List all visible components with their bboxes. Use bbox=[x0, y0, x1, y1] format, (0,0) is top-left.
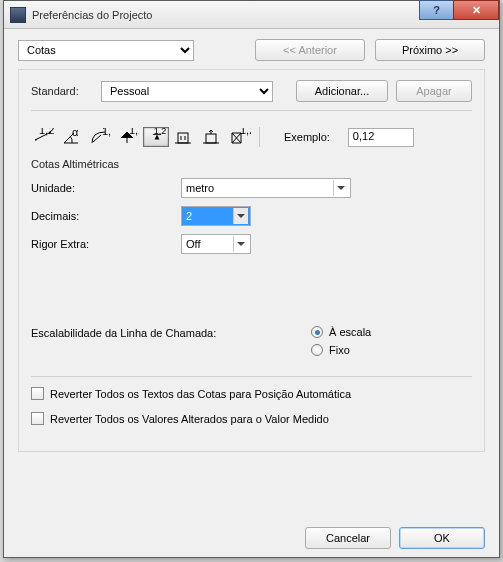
radio-fixed[interactable]: Fixo bbox=[311, 344, 371, 356]
checkbox-icon bbox=[31, 387, 44, 400]
revert-text-checkbox[interactable]: Reverter Todos os Textos das Cotas para … bbox=[31, 387, 472, 400]
close-button[interactable]: ✕ bbox=[453, 0, 499, 20]
window-buttons: ? ✕ bbox=[419, 0, 499, 20]
svg-text:α: α bbox=[72, 128, 79, 138]
dialog-window: Preferências do Projecto ? ✕ Cotas << An… bbox=[3, 0, 500, 558]
category-select[interactable]: Cotas bbox=[18, 40, 194, 61]
radial-dim-icon[interactable]: 1,2 bbox=[87, 126, 113, 148]
titlebar: Preferências do Projecto ? ✕ bbox=[4, 1, 499, 29]
decimals-label: Decimais: bbox=[31, 210, 181, 222]
escalability-row: Escalabilidade da Linha de Chamada: À es… bbox=[31, 326, 472, 356]
example-value: 0,12 bbox=[348, 128, 414, 147]
dialog-footer: Cancelar OK bbox=[305, 527, 485, 549]
standard-label: Standard: bbox=[31, 85, 101, 97]
unit-row: Unidade: metro bbox=[31, 178, 472, 198]
previous-button[interactable]: << Anterior bbox=[255, 39, 365, 61]
next-button[interactable]: Próximo >> bbox=[375, 39, 485, 61]
radio-icon bbox=[311, 326, 323, 338]
decimals-row: Decimais: 2 bbox=[31, 206, 472, 226]
area-dim-icon[interactable]: 1,2 m² bbox=[227, 126, 253, 148]
ok-button[interactable]: OK bbox=[399, 527, 485, 549]
help-button[interactable]: ? bbox=[419, 0, 453, 20]
svg-rect-5 bbox=[178, 133, 188, 143]
chevron-down-icon bbox=[233, 208, 248, 224]
add-button[interactable]: Adicionar... bbox=[296, 80, 388, 102]
escalability-options: À escala Fixo bbox=[311, 326, 371, 356]
example-label: Exemplo: bbox=[284, 131, 330, 143]
linear-dim-icon[interactable]: 1,2 bbox=[31, 126, 57, 148]
standard-select[interactable]: Pessoal bbox=[101, 81, 273, 102]
escalability-label: Escalabilidade da Linha de Chamada: bbox=[31, 326, 251, 340]
chevron-down-icon bbox=[233, 236, 248, 252]
svg-text:1,2: 1,2 bbox=[39, 128, 54, 136]
rigor-select[interactable]: Off bbox=[181, 234, 251, 254]
app-icon bbox=[10, 7, 26, 23]
revert-values-checkbox[interactable]: Reverter Todos os Valores Alterados para… bbox=[31, 412, 472, 425]
radio-scale[interactable]: À escala bbox=[311, 326, 371, 338]
rigor-label: Rigor Extra: bbox=[31, 238, 181, 250]
altimetric-title: Cotas Altimétricas bbox=[31, 158, 472, 170]
angle-dim-icon[interactable]: α bbox=[59, 126, 85, 148]
cancel-button[interactable]: Cancelar bbox=[305, 527, 391, 549]
dimension-type-toolbar: 1,2 α 1,2 1,2 1,2 1,2 m² bbox=[31, 121, 472, 156]
main-panel: Standard: Pessoal Adicionar... Apagar 1,… bbox=[18, 69, 485, 452]
top-row: Cotas << Anterior Próximo >> bbox=[4, 29, 499, 69]
radio-icon bbox=[311, 344, 323, 356]
unit-select[interactable]: metro bbox=[181, 178, 351, 198]
delete-button[interactable]: Apagar bbox=[396, 80, 472, 102]
sill-dim-icon[interactable] bbox=[199, 126, 225, 148]
decimals-select[interactable]: 2 bbox=[181, 206, 251, 226]
toolbar-separator bbox=[259, 127, 260, 147]
standard-row: Standard: Pessoal Adicionar... Apagar bbox=[31, 80, 472, 102]
checkbox-icon bbox=[31, 412, 44, 425]
level-dim-icon[interactable]: 1,2 bbox=[115, 126, 141, 148]
door-dim-icon[interactable] bbox=[171, 126, 197, 148]
svg-text:1,2: 1,2 bbox=[102, 128, 111, 137]
svg-rect-6 bbox=[206, 134, 216, 143]
svg-text:1,2 m²: 1,2 m² bbox=[240, 128, 251, 136]
unit-label: Unidade: bbox=[31, 182, 181, 194]
elevation-dim-icon[interactable]: 1,2 bbox=[143, 127, 169, 147]
chevron-down-icon bbox=[333, 180, 348, 196]
svg-text:1,2: 1,2 bbox=[154, 128, 166, 136]
rigor-row: Rigor Extra: Off bbox=[31, 234, 472, 254]
svg-text:1,2: 1,2 bbox=[129, 128, 139, 136]
window-title: Preferências do Projecto bbox=[32, 9, 152, 21]
